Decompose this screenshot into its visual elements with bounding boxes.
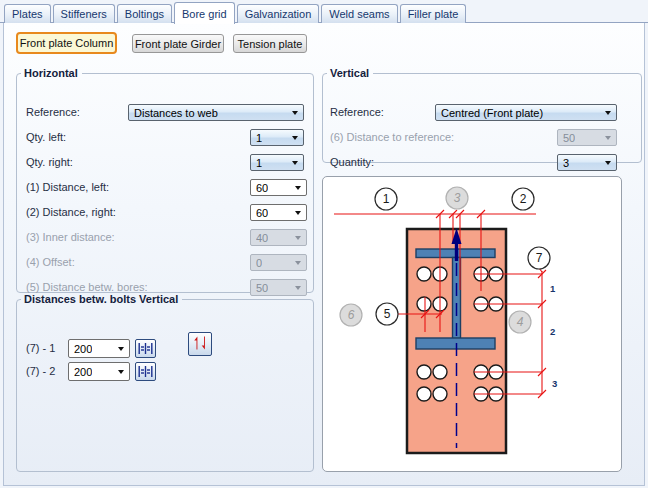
chevron-down-icon [295, 236, 301, 240]
dist-7-2-label: (7) - 2 [26, 365, 55, 378]
quantity-value: 3 [563, 157, 569, 169]
chevron-down-icon [295, 286, 301, 290]
equal-spacing-icon [138, 342, 153, 355]
distance-to-reference-select: 50 [557, 129, 617, 146]
bore-diagram-svg: 123 1327654 [323, 177, 622, 472]
distance-left-label: (1) Distance, left: [26, 181, 109, 194]
tension-plate-button[interactable]: Tension plate [233, 34, 307, 53]
balloon-3: 3 [446, 187, 468, 209]
chevron-down-icon [295, 211, 301, 215]
tab-weld-seams[interactable]: Weld seams [321, 4, 397, 23]
bolt-distances-group: Distances betw. bolts Vertical (7) - 1 2… [16, 293, 314, 472]
vertical-group-title: Vertical [327, 67, 373, 79]
svg-text:3: 3 [454, 191, 461, 205]
distance-left-value: 60 [256, 182, 268, 194]
bottom-flange-shape [416, 338, 495, 349]
qty-left-value: 1 [256, 132, 262, 144]
swap-vertical-icon [192, 336, 208, 352]
tab-filler-plate[interactable]: Filler plate [400, 4, 467, 23]
balloon-4: 4 [509, 311, 531, 333]
bolt-hole [417, 297, 431, 311]
chevron-down-icon [605, 111, 611, 115]
equalize-7-1-button[interactable] [135, 339, 156, 358]
dimension-label: 1 [550, 283, 556, 294]
svg-text:7: 7 [536, 251, 543, 265]
bolt-hole [417, 387, 431, 401]
bolt-hole [417, 365, 431, 379]
dist-7-2-value: 200 [74, 366, 92, 378]
equalize-7-2-button[interactable] [135, 362, 156, 381]
dist-7-1-label: (7) - 1 [26, 342, 55, 355]
distance-to-reference-label: (6) Distance to reference: [330, 131, 454, 144]
vertical-reference-select[interactable]: Centred (Front plate) [435, 104, 617, 121]
balloon-7: 7 [528, 247, 550, 269]
chevron-down-icon [295, 261, 301, 265]
svg-text:2: 2 [520, 192, 527, 206]
distance-to-reference-value: 50 [563, 132, 575, 144]
svg-text:6: 6 [348, 308, 355, 322]
horizontal-reference-select[interactable]: Distances to web [128, 104, 304, 121]
horizontal-group: Horizontal Reference: Distances to web Q… [16, 67, 314, 293]
tab-boltings[interactable]: Boltings [117, 4, 172, 23]
inner-distance-label: (3) Inner distance: [26, 231, 115, 244]
tab-bore-grid[interactable]: Bore grid [174, 2, 235, 24]
chevron-down-icon [605, 136, 611, 140]
chevron-down-icon [292, 111, 298, 115]
vertical-reference-value: Centred (Front plate) [441, 107, 543, 119]
svg-text:4: 4 [517, 315, 524, 329]
dimension-label: 3 [552, 378, 557, 389]
flip-order-button[interactable] [188, 332, 212, 356]
tab-stiffeners[interactable]: Stiffeners [53, 4, 115, 23]
dist-7-1-input[interactable]: 200 [68, 339, 130, 358]
dim-labels: 123 [550, 283, 557, 389]
balloon-5: 5 [376, 303, 398, 325]
inner-distance-value: 40 [256, 232, 268, 244]
qty-left-label: Qty. left: [26, 131, 66, 144]
offset-label: (4) Offset: [26, 256, 75, 269]
svg-text:1: 1 [383, 192, 390, 206]
inner-distance-select: 40 [250, 229, 307, 246]
front-plate-girder-button[interactable]: Front plate Girder [132, 34, 224, 53]
reference-label: Reference: [26, 106, 80, 119]
chevron-down-icon [118, 370, 124, 374]
balloon-1: 1 [375, 188, 397, 210]
dimension-label: 2 [550, 326, 555, 337]
distance-left-input[interactable]: 60 [250, 179, 307, 196]
svg-text:5: 5 [384, 307, 391, 321]
offset-value: 0 [256, 257, 262, 269]
distance-right-value: 60 [256, 207, 268, 219]
tabbar: Plates Stiffeners Boltings Bore grid Gal… [4, 0, 468, 23]
front-plate-column-button[interactable]: Front plate Column [16, 32, 117, 54]
offset-select: 0 [250, 254, 307, 271]
tab-plates[interactable]: Plates [4, 4, 51, 23]
distance-right-label: (2) Distance, right: [26, 206, 116, 219]
qty-right-label: Qty. right: [26, 156, 73, 169]
qty-left-select[interactable]: 1 [250, 129, 304, 146]
distance-right-input[interactable]: 60 [250, 204, 307, 221]
horizontal-group-title: Horizontal [21, 67, 82, 79]
bolt-hole [417, 267, 431, 281]
dist-7-1-value: 200 [74, 343, 92, 355]
chevron-down-icon [118, 347, 124, 351]
qty-right-select[interactable]: 1 [250, 154, 304, 171]
bolt-hole [433, 387, 447, 401]
balloon-6: 6 [340, 304, 362, 326]
balloon-2: 2 [512, 188, 534, 210]
chevron-down-icon [292, 161, 298, 165]
bolt-distances-group-title: Distances betw. bolts Vertical [21, 293, 182, 305]
tab-galvanization[interactable]: Galvanization [237, 4, 320, 23]
quantity-label: Quantity: [330, 156, 374, 169]
dist-7-2-input[interactable]: 200 [68, 362, 130, 381]
distance-betw-bores-value: 50 [256, 282, 268, 294]
quantity-select[interactable]: 3 [557, 154, 617, 171]
qty-right-value: 1 [256, 157, 262, 169]
bore-grid-panel: Plates Stiffeners Boltings Bore grid Gal… [0, 0, 648, 488]
vertical-group: Vertical Reference: Centred (Front plate… [322, 67, 642, 163]
chevron-down-icon [292, 136, 298, 140]
bore-grid-diagram: 123 1327654 [322, 176, 622, 472]
bolt-hole [433, 365, 447, 379]
equal-spacing-icon [138, 365, 153, 378]
chevron-down-icon [605, 161, 611, 165]
horizontal-reference-value: Distances to web [134, 107, 218, 119]
vertical-reference-label: Reference: [330, 106, 384, 119]
